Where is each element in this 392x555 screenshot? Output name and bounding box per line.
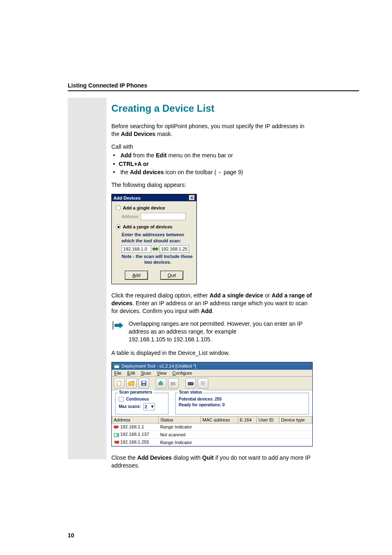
closing-paragraph: Close the Add Devices dialog with Quit i… xyxy=(111,454,313,470)
menubar: File Edit Scan View Configure xyxy=(112,370,312,377)
table-row[interactable]: 192.168.1.137 Not scanned xyxy=(112,431,312,439)
range-from-input[interactable] xyxy=(122,245,151,253)
note-arrow-icon xyxy=(111,320,125,343)
svg-rect-9 xyxy=(142,381,145,383)
svg-rect-10 xyxy=(143,384,145,385)
svg-marker-23 xyxy=(114,440,115,444)
text: . xyxy=(212,308,214,314)
dialog-titlebar: Add Devices × xyxy=(112,194,196,201)
menu-file[interactable]: File xyxy=(114,371,122,375)
svg-rect-24 xyxy=(115,441,119,444)
close-icon[interactable]: × xyxy=(189,195,195,200)
col-devicetype[interactable]: Device type xyxy=(279,416,312,423)
ready-operations: Ready for operations: 0 xyxy=(179,403,305,407)
svg-rect-4 xyxy=(114,364,119,366)
text-bold: Add Devices xyxy=(137,454,172,461)
menu-view[interactable]: View xyxy=(157,371,167,375)
group-legend: Scan parameters xyxy=(118,390,154,394)
checkbox-label: Continuous xyxy=(126,397,149,401)
range-start-icon xyxy=(114,424,119,430)
cell-address: 192.168.1.137 xyxy=(120,432,149,437)
paragraph: Click the required dialog option, either… xyxy=(111,292,313,315)
radio-icon[interactable] xyxy=(116,224,121,229)
new-file-icon[interactable] xyxy=(114,378,125,389)
radio-label: Add a range of devices xyxy=(123,224,172,229)
note-text: 192.168.1.105 to 192.168.1.105. xyxy=(129,336,212,343)
text-bold: Add xyxy=(120,152,131,159)
note-text: Overlapping ranges are not permitted. Ho… xyxy=(129,320,302,335)
radio-range-devices[interactable]: Add a range of devices xyxy=(116,224,194,229)
device-list-table: Address Status MAC address E.164 User ID… xyxy=(112,416,312,447)
range-instruction: Enter the addresses between xyxy=(122,232,194,237)
text: menu on the menu bar or xyxy=(167,152,233,159)
cell-status: Not scanned xyxy=(159,431,201,439)
page-number: 10 xyxy=(68,532,74,539)
text-bold: Quit xyxy=(202,454,214,461)
col-userid[interactable]: User ID xyxy=(256,416,279,423)
text-bold: Add xyxy=(201,308,212,314)
header-rule xyxy=(68,90,359,91)
range-end-icon xyxy=(114,440,119,445)
deployment-tool-window: Deployment Tool - v1.2.14 [Untitled *] F… xyxy=(111,362,313,447)
checkbox-icon[interactable] xyxy=(119,397,124,402)
running-header: Listing Connected IP Phones xyxy=(68,82,359,89)
cell-status: Range Indicator xyxy=(159,438,201,446)
menu-configure[interactable]: Configure xyxy=(172,371,192,375)
address-input[interactable] xyxy=(141,213,186,220)
col-status[interactable]: Status xyxy=(159,416,201,423)
svg-marker-2 xyxy=(115,322,123,329)
address-label: Address: xyxy=(122,214,139,219)
text: or xyxy=(263,292,272,299)
open-folder-icon[interactable] xyxy=(126,378,137,389)
continuous-checkbox[interactable]: Continuous xyxy=(119,397,165,402)
radio-icon[interactable] xyxy=(116,205,121,210)
svg-marker-0 xyxy=(152,247,159,251)
cell-address: 192.168.1.255 xyxy=(120,440,149,444)
text-bold: Add a range of devices xyxy=(123,224,172,229)
text: mask. xyxy=(155,131,172,137)
text: Click the required dialog option, either xyxy=(111,292,210,299)
radio-single-device[interactable]: Add a single device xyxy=(116,205,194,210)
list-item: CTRL+A or xyxy=(119,160,313,168)
range-instruction: which the tool should scan: xyxy=(122,238,194,244)
chevron-down-icon: ▾ xyxy=(151,404,154,409)
text-bold: CTRL+A or xyxy=(119,161,149,167)
group-legend: Scan status xyxy=(178,390,203,394)
menu-edit[interactable]: Edit xyxy=(127,371,135,375)
text: from the xyxy=(131,152,156,159)
add-button[interactable]: Add xyxy=(125,271,148,280)
select-value: 2 xyxy=(145,404,147,409)
svg-point-17 xyxy=(191,383,193,385)
range-to-input[interactable] xyxy=(159,245,189,253)
col-address[interactable]: Address xyxy=(112,416,159,423)
text-bold: Edit xyxy=(156,152,166,159)
save-icon[interactable] xyxy=(138,378,149,389)
svg-rect-13 xyxy=(171,382,175,385)
max-scans-select[interactable]: 2▾ xyxy=(143,403,155,410)
note-box: Overlapping ranges are not permitted. Ho… xyxy=(111,320,313,343)
add-devices-icon[interactable] xyxy=(156,378,166,389)
range-note: Note - the scan will include these xyxy=(122,253,194,259)
table-row[interactable]: 192.168.1.1 Range Indicator xyxy=(112,423,312,431)
stop-icon[interactable] xyxy=(198,378,208,389)
svg-rect-22 xyxy=(117,434,118,436)
svg-rect-1 xyxy=(113,321,113,330)
quit-button[interactable]: Quit xyxy=(160,271,183,280)
dialog-title-text: Add Devices xyxy=(113,196,141,200)
text-bold: Add a single device xyxy=(210,292,263,299)
binoculars-icon[interactable] xyxy=(185,378,196,389)
call-with-list: Add from the Edit menu on the menu bar o… xyxy=(119,152,313,177)
svg-rect-19 xyxy=(114,426,118,428)
cell-address: 192.168.1.1 xyxy=(120,424,144,429)
col-e164[interactable]: E.164 xyxy=(238,416,256,423)
potential-devices: Potential devices: 255 xyxy=(179,397,305,401)
menu-scan[interactable]: Scan xyxy=(141,371,151,375)
list-item: Add from the Edit menu on the menu bar o… xyxy=(119,152,313,159)
col-mac[interactable]: MAC address xyxy=(201,416,238,423)
remove-devices-icon[interactable] xyxy=(168,378,179,389)
window-titlebar: Deployment Tool - v1.2.14 [Untitled *] xyxy=(112,362,312,370)
table-row[interactable]: 192.168.1.255 Range Indicator xyxy=(112,438,312,446)
text: page 9) xyxy=(222,169,243,175)
list-item: the Add devices icon on the toolbar (→ p… xyxy=(119,168,313,176)
max-scans-label: Max scans: xyxy=(119,404,141,409)
